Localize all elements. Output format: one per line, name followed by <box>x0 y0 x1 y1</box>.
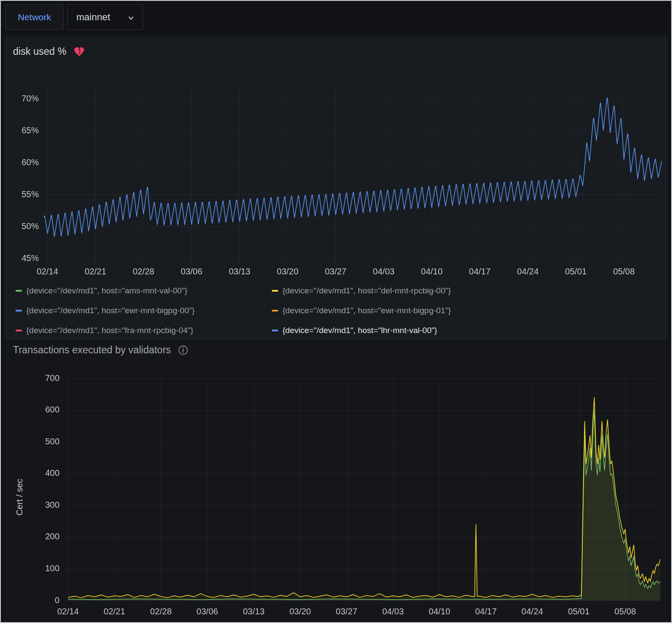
network-variable-label: Network <box>18 12 51 22</box>
legend-item[interactable]: {device="/dev/md1", host="ewr-mnt-bigpg-… <box>272 305 451 316</box>
transactions-panel: Transactions executed by validators Cert… <box>4 342 668 621</box>
legend-item[interactable]: {device="/dev/md1", host="ams-mnt-val-00… <box>16 286 272 296</box>
series-color-dash <box>272 310 278 312</box>
series-color-dash <box>16 290 22 292</box>
transactions-panel-header[interactable]: Transactions executed by validators <box>13 344 188 356</box>
legend-label: {device="/dev/md1", host="ams-mnt-val-00… <box>26 286 187 296</box>
grafana-dashboard: Network mainnet disk used % {device="/de… <box>0 0 672 623</box>
transactions-chart[interactable] <box>4 368 669 621</box>
legend-item[interactable]: {device="/dev/md1", host="fra-mnt-rpcbig… <box>16 325 272 336</box>
disk-used-panel-title: disk used % <box>13 46 66 57</box>
disk-used-panel: disk used % {device="/dev/md1", host="am… <box>4 35 668 341</box>
disk-used-panel-header[interactable]: disk used % <box>13 46 85 57</box>
transactions-panel-title: Transactions executed by validators <box>13 344 171 356</box>
network-variable-dropdown[interactable]: mainnet <box>67 4 143 30</box>
legend-label: {device="/dev/md1", host="ewr-mnt-bigpg-… <box>26 306 195 315</box>
network-variable-label-box: Network <box>5 4 64 30</box>
chevron-down-icon <box>128 15 134 21</box>
network-variable-value[interactable]: mainnet <box>76 12 110 23</box>
info-circle-icon[interactable] <box>178 345 188 356</box>
legend-label: {device="/dev/md1", host="del-mnt-rpcbig… <box>283 286 451 296</box>
series-color-dash <box>272 290 278 292</box>
disk-used-legend: {device="/dev/md1", host="ams-mnt-val-00… <box>16 286 451 336</box>
legend-item[interactable]: {device="/dev/md1", host="lhr-mnt-val-00… <box>272 325 451 336</box>
legend-label: {device="/dev/md1", host="fra-mnt-rpcbig… <box>26 326 193 335</box>
disk-used-chart[interactable] <box>4 70 669 282</box>
legend-item[interactable]: {device="/dev/md1", host="ewr-mnt-bigpg-… <box>16 305 272 316</box>
legend-label: {device="/dev/md1", host="lhr-mnt-val-00… <box>283 326 437 335</box>
series-color-dash <box>272 330 278 331</box>
legend-item[interactable]: {device="/dev/md1", host="del-mnt-rpcbig… <box>272 286 451 296</box>
series-color-dash <box>16 330 22 331</box>
alert-broken-heart-icon[interactable] <box>73 46 85 57</box>
variables-topbar: Network mainnet <box>1 1 671 35</box>
legend-label: {device="/dev/md1", host="ewr-mnt-bigpg-… <box>283 306 451 315</box>
series-color-dash <box>16 310 22 312</box>
